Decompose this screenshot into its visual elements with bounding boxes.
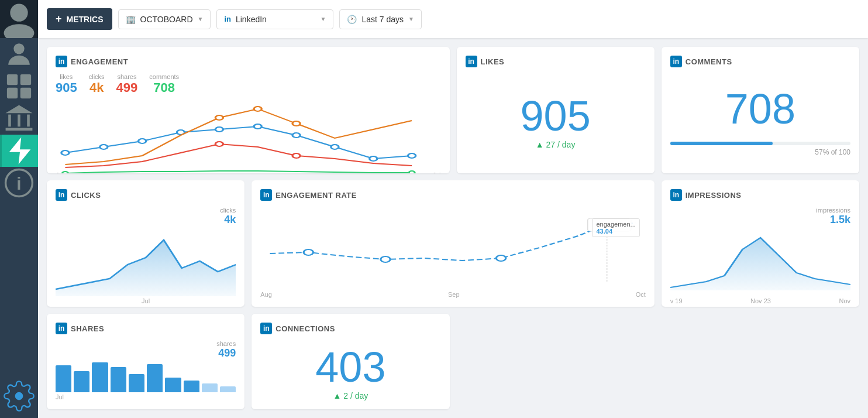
engagement-stats: likes 905 clicks 4k shares 499 comments …	[56, 73, 441, 95]
sidebar-item-settings[interactable]	[0, 380, 38, 412]
svg-point-31	[409, 171, 415, 173]
shares-value: 499	[116, 80, 138, 95]
shares-stat: shares 499	[116, 73, 138, 95]
impressions-value: 1.5k	[670, 214, 850, 226]
clicks-label: clicks	[89, 73, 105, 80]
engagement-rate-tooltip: engagemen... 43.04	[592, 218, 639, 237]
likes-label: likes	[56, 73, 77, 80]
metrics-button[interactable]: + METRICS	[47, 8, 112, 30]
comments-label: comments	[149, 73, 179, 80]
svg-rect-6	[20, 88, 31, 98]
linkedin-label: LinkedIn	[236, 15, 267, 24]
connections-trend: ▲ 2 / day	[333, 391, 368, 400]
likes-stat: likes 905	[56, 73, 77, 95]
sidebar-item-lightning[interactable]	[0, 135, 38, 167]
sidebar-item-dashboard[interactable]	[0, 70, 38, 102]
svg-point-22	[331, 145, 339, 149]
svg-point-21	[292, 133, 300, 138]
impressions-value-label: impressions	[670, 207, 850, 214]
comments-title: COMMENTS	[686, 57, 732, 66]
comments-stat: comments 708	[149, 73, 179, 95]
timerange-label: Last 7 days	[361, 15, 404, 24]
building-icon: 🏢	[126, 15, 136, 24]
svg-rect-5	[7, 88, 18, 98]
connections-big-number: 403	[315, 346, 385, 388]
share-bar-9	[220, 386, 236, 392]
engagement-rate-header: in ENGAGEMENT RATE	[260, 189, 646, 201]
svg-rect-8	[8, 115, 11, 127]
progress-label: 57% of 100	[670, 148, 850, 156]
linkedin-platform-icon: in	[224, 15, 231, 23]
impressions-chart	[670, 226, 850, 296]
timerange-dropdown[interactable]: 🕐 Last 7 days ▼	[339, 9, 422, 29]
tooltip-label: engagemen...	[596, 221, 635, 228]
octoboard-dropdown[interactable]: 🏢 OCTOBOARD ▼	[118, 9, 211, 29]
comments-progress: 57% of 100	[670, 142, 850, 156]
clicks-x-labels: Jul	[56, 297, 236, 304]
shares-title: SHARES	[71, 324, 104, 333]
dashboard-content: in ENGAGEMENT likes 905 clicks 4k shares…	[38, 38, 868, 418]
progress-bar-background	[670, 142, 850, 145]
imp-x1: v 19	[670, 297, 683, 304]
svg-marker-32	[56, 240, 236, 296]
likes-card: in LIKES 905 ▲ 27 / day	[457, 47, 655, 173]
sidebar-item-profile[interactable]	[0, 38, 38, 70]
share-bar-1	[74, 371, 89, 392]
shares-value: 499	[56, 347, 236, 359]
svg-rect-10	[27, 115, 30, 127]
tooltip-value: 43.04	[596, 228, 635, 235]
trend-arrow-likes: ▲	[536, 140, 544, 149]
main-content: + METRICS 🏢 OCTOBOARD ▼ in LinkedIn ▼ 🕐 …	[38, 0, 868, 418]
impressions-title: IMPRESSIONS	[686, 191, 742, 200]
share-bar-6	[165, 378, 181, 393]
share-bar-4	[129, 374, 144, 392]
linkedin-icon-engagement: in	[56, 56, 67, 67]
svg-point-0	[10, 4, 27, 22]
sidebar-item-info[interactable]: i	[0, 167, 38, 199]
svg-point-29	[292, 153, 300, 158]
chevron-down-icon: ▼	[198, 16, 204, 22]
sidebar-item-bank[interactable]	[0, 102, 38, 135]
engagement-title: ENGAGEMENT	[71, 57, 128, 66]
shares-x-label: Jul	[56, 393, 64, 400]
svg-point-27	[292, 121, 300, 126]
share-bar-0	[56, 365, 71, 392]
clicks-stat: clicks 4k	[89, 73, 105, 95]
share-bar-3	[111, 367, 126, 392]
imp-x3: Nov	[839, 297, 850, 304]
likes-title: LIKES	[481, 57, 505, 66]
engagement-card-header: in ENGAGEMENT	[56, 56, 441, 67]
shares-label: shares	[116, 73, 138, 80]
linkedin-dropdown[interactable]: in LinkedIn ▼	[216, 9, 333, 29]
connections-per-day-label: / day	[350, 391, 368, 400]
clicks-x-label: Jul	[142, 297, 150, 304]
svg-point-19	[215, 127, 223, 132]
clicks-card: in CLICKS clicks 4k	[47, 180, 244, 307]
svg-point-28	[215, 142, 223, 146]
engagement-card: in ENGAGEMENT likes 905 clicks 4k shares…	[47, 47, 450, 173]
linkedin-icon-connections: in	[260, 323, 272, 334]
svg-point-15	[61, 150, 69, 155]
comments-card: in COMMENTS 708 57% of 100	[662, 47, 859, 173]
imp-x2: Nov 23	[750, 297, 771, 304]
svg-point-1	[4, 24, 35, 38]
rate-x-aug: Aug	[260, 291, 272, 298]
metrics-label: METRICS	[67, 15, 104, 24]
progress-bar-fill	[670, 142, 773, 145]
svg-point-16	[100, 145, 108, 149]
linkedin-icon-likes: in	[466, 56, 477, 67]
likes-big-number: 905	[521, 95, 591, 137]
shares-card-header: in SHARES	[56, 323, 236, 334]
svg-point-24	[408, 153, 416, 158]
plus-icon: +	[56, 13, 62, 25]
linkedin-icon-shares: in	[56, 323, 67, 334]
svg-point-17	[139, 139, 146, 143]
engagement-rate-title: ENGAGEMENT RATE	[275, 191, 357, 200]
linkedin-icon-clicks: in	[56, 189, 67, 201]
share-bar-8	[202, 383, 218, 392]
likes-value: 905	[56, 80, 77, 95]
clicks-value-label: clicks	[56, 207, 236, 214]
engagement-rate-card: in ENGAGEMENT RATE engagemen... 43.04	[252, 180, 655, 307]
rate-x-sep: Sep	[448, 291, 460, 298]
engagement-chart	[56, 100, 441, 170]
